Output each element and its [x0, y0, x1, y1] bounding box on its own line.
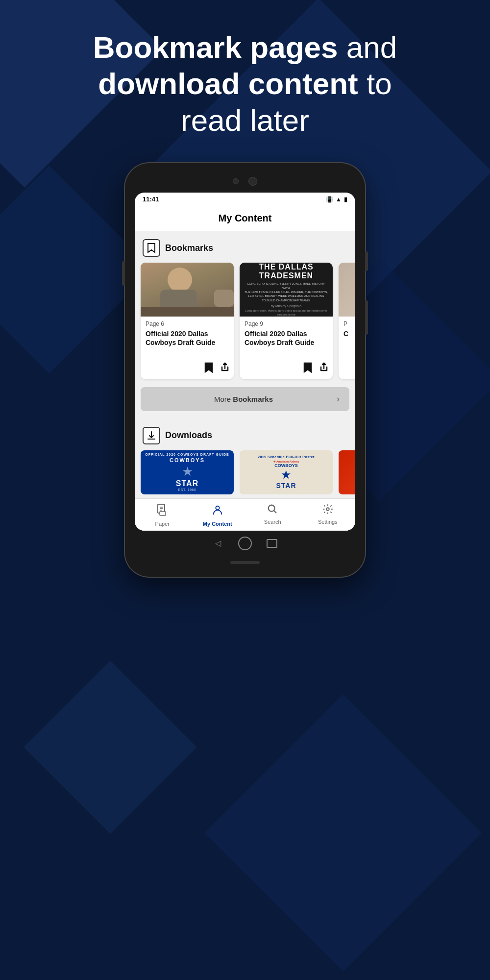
- bookmark-card-2-actions: [240, 362, 333, 379]
- bookmark-card-1-share-btn[interactable]: [220, 362, 230, 375]
- bookmark-card-3-image: [339, 263, 355, 317]
- nav-label-paper: Paper: [155, 521, 170, 527]
- download-card-2-team: COWBOYS: [258, 463, 315, 468]
- earpiece-speaker: [248, 177, 257, 186]
- nav-label-search: Search: [264, 519, 281, 525]
- paper-nav-icon: [157, 504, 168, 519]
- bookmarks-section-header: Bookmarks: [135, 231, 355, 263]
- download-card-3-partial: [339, 450, 355, 494]
- bookmark-card-1-page: Page 6: [146, 320, 229, 327]
- nav-item-settings[interactable]: Settings: [300, 499, 356, 531]
- nav-label-settings: Settings: [318, 519, 338, 525]
- download-card-2-schedule: 2019 Schedule Pull-Out Poster: [258, 455, 315, 459]
- download-card-2-american-logo: ✈ American Airlines: [273, 460, 299, 463]
- bottom-navigation: Paper My Content: [135, 498, 355, 531]
- recents-button[interactable]: [267, 539, 277, 548]
- svg-point-4: [326, 508, 329, 511]
- my-content-nav-icon: [212, 504, 223, 519]
- back-button[interactable]: ◁: [213, 538, 223, 549]
- more-bookmarks-button[interactable]: More Bookmarks ›: [141, 387, 349, 411]
- more-prefix: More: [214, 395, 233, 403]
- bookmarks-cards-row: Page 6 Official 2020 Dallas Cowboys Draf…: [135, 263, 355, 385]
- svg-point-2: [216, 506, 219, 509]
- power-button: [365, 251, 368, 271]
- bookmark-card-3-content: P C: [339, 317, 355, 353]
- hero-bold-1: Bookmark pages: [93, 30, 338, 64]
- bookmark-card-3-title: C: [343, 329, 355, 338]
- nav-item-paper[interactable]: Paper: [135, 499, 190, 531]
- bookmark-card-2-page: Page 9: [245, 320, 328, 327]
- status-time: 11:41: [143, 196, 159, 203]
- download-card-2[interactable]: 2019 Schedule Pull-Out Poster ✈ American…: [240, 450, 333, 494]
- front-camera: [233, 178, 239, 184]
- phone-screen: 11:41 📳 ▲ ▮ My Content: [135, 193, 355, 530]
- bookmark-card-2-title: Official 2020 Dallas Cowboys Draft Guide: [245, 329, 328, 347]
- bookmark-card-2[interactable]: LONG BEFORE OWNER JERRY JONES MADE HISTO…: [240, 263, 333, 379]
- more-bookmarks-label: More Bookmarks: [150, 395, 337, 403]
- content-area: Bookmarks: [135, 231, 355, 530]
- download-card-1-est: EST. 1960: [178, 488, 196, 491]
- download-card-1-star-icon: ★: [182, 464, 193, 479]
- bookmark-card-3-partial: P C: [339, 263, 355, 379]
- bookmark-card-2-content: Page 9 Official 2020 Dallas Cowboys Draf…: [240, 317, 333, 362]
- download-card-1-label: OFFICIAL 2020 COWBOYS DRAFT GUIDE: [145, 453, 229, 456]
- phone-device: 11:41 📳 ▲ ▮ My Content: [125, 163, 365, 576]
- bookmark-card-1-title: Official 2020 Dallas Cowboys Draft Guide: [146, 329, 229, 347]
- battery-icon: ▮: [344, 196, 347, 203]
- svg-rect-1: [160, 512, 166, 515]
- download-card-1-wordmark: STAR: [176, 479, 198, 488]
- download-card-2-wordmark: STAR: [258, 482, 315, 490]
- app-title: My Content: [219, 213, 272, 223]
- phone-chin-bar: [230, 561, 260, 564]
- volume-button: [122, 261, 125, 286]
- vibrate-icon: 📳: [326, 196, 333, 203]
- wifi-icon: ▲: [336, 196, 342, 203]
- bookmark-card-3-page: P: [343, 320, 355, 327]
- bookmark-card-2-image: LONG BEFORE OWNER JERRY JONES MADE HISTO…: [240, 263, 333, 317]
- nav-item-search[interactable]: Search: [245, 499, 300, 531]
- settings-nav-icon: [322, 504, 333, 517]
- phone-wrapper: 11:41 📳 ▲ ▮ My Content: [0, 163, 490, 576]
- status-icons: 📳 ▲ ▮: [326, 196, 347, 203]
- bixby-button: [365, 300, 368, 335]
- downloads-cards-row: OFFICIAL 2020 COWBOYS DRAFT GUIDE COWBOY…: [135, 450, 355, 494]
- search-nav-icon: [267, 504, 278, 517]
- status-bar: 11:41 📳 ▲ ▮: [135, 193, 355, 206]
- downloads-icon: [143, 427, 160, 444]
- hero-regular-2: to: [358, 67, 392, 100]
- home-button[interactable]: [238, 537, 252, 550]
- bookmark-card-2-bookmark-btn[interactable]: [303, 362, 312, 375]
- bookmark-card-1-actions: [141, 362, 234, 379]
- download-card-2-star-icon: ★: [258, 468, 315, 482]
- phone-top: [135, 173, 355, 193]
- bookmarks-icon: [143, 239, 160, 257]
- bookmarks-section-title: Bookmarks: [165, 243, 213, 253]
- hero-line3: read later: [181, 103, 309, 137]
- download-card-1[interactable]: OFFICIAL 2020 COWBOYS DRAFT GUIDE COWBOY…: [141, 450, 234, 494]
- download-card-1-team: COWBOYS: [170, 457, 205, 463]
- download-card-2-content: 2019 Schedule Pull-Out Poster ✈ American…: [256, 453, 317, 491]
- more-bold: Bookmarks: [233, 395, 273, 403]
- bookmark-card-2-share-btn[interactable]: [319, 362, 329, 375]
- bookmark-card-1-image: [141, 263, 234, 317]
- hero-bold-2: download content: [98, 67, 358, 100]
- phone-nav-bar: ◁: [135, 531, 355, 556]
- bookmark-card-1-content: Page 6 Official 2020 Dallas Cowboys Draf…: [141, 317, 234, 362]
- downloads-section-header: Downloads: [135, 419, 355, 450]
- more-chevron-icon: ›: [337, 394, 340, 404]
- downloads-section-title: Downloads: [165, 430, 212, 441]
- bookmark-card-1[interactable]: Page 6 Official 2020 Dallas Cowboys Draf…: [141, 263, 234, 379]
- bookmark-card-1-bookmark-btn[interactable]: [204, 362, 213, 375]
- hero-text-block: Bookmark pages and download content to r…: [0, 0, 490, 158]
- nav-label-my-content: My Content: [203, 521, 232, 527]
- hero-regular-1: and: [338, 30, 397, 64]
- app-header: My Content: [135, 206, 355, 231]
- nav-item-my-content[interactable]: My Content: [190, 499, 245, 531]
